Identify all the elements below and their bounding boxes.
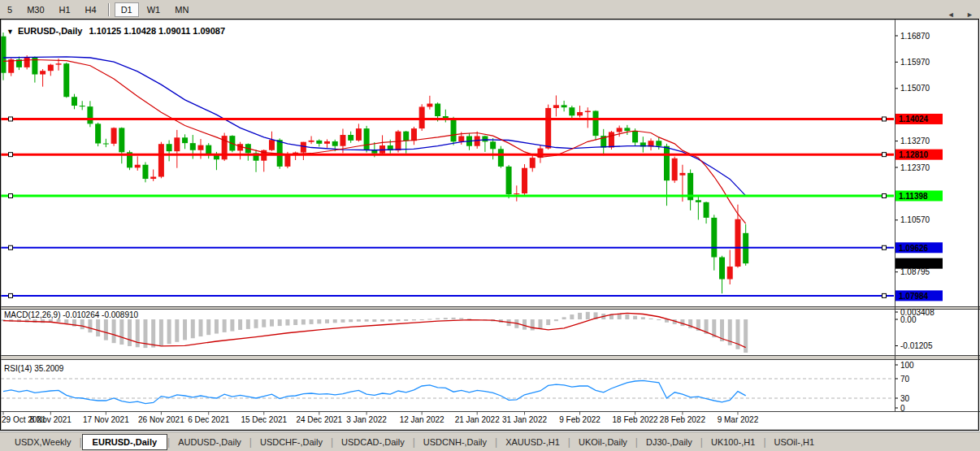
timeframe-button-H4[interactable]: H4	[79, 2, 103, 17]
hline-handle[interactable]	[882, 245, 887, 249]
macd-bar	[246, 319, 250, 329]
macd-bar	[206, 319, 210, 335]
tab-usdcnh-daily[interactable]: USDCNH-,Daily	[415, 435, 495, 449]
tab-scroll-left-icon[interactable]: ◄	[947, 11, 955, 19]
macd-bar	[88, 319, 92, 332]
candle-body	[506, 167, 512, 194]
price-tick-label: 1.16870	[900, 32, 930, 41]
date-label: 8 Nov 2021	[30, 415, 72, 424]
chart-title-symbol: EURUSD-,Daily	[18, 26, 83, 36]
hline-handle[interactable]	[9, 293, 13, 297]
macd-bar	[586, 312, 590, 319]
candle-body	[617, 128, 622, 132]
candle-body	[672, 158, 678, 180]
tab-usoil-h1[interactable]: USOil-,H1	[766, 435, 823, 449]
candle-body	[585, 111, 591, 112]
price-tick-label: 1.13270	[900, 137, 930, 145]
timeframe-button-M30[interactable]: M30	[20, 2, 50, 17]
candle-body	[451, 118, 457, 141]
macd-bar	[531, 319, 535, 331]
candle-body	[704, 202, 709, 218]
timeframe-button-H1[interactable]: H1	[53, 2, 77, 17]
hline-handle[interactable]	[9, 117, 13, 121]
candle-body	[103, 143, 109, 144]
candle-body	[609, 132, 614, 147]
hline-handle[interactable]	[882, 293, 887, 297]
candle-body	[624, 128, 630, 131]
candle-body	[72, 97, 77, 106]
chart-plot-area[interactable]	[1, 20, 894, 306]
macd-bar	[562, 317, 566, 319]
candle-body	[8, 59, 14, 73]
candle-body	[119, 128, 124, 152]
candle-body	[411, 128, 417, 141]
candle-body	[735, 219, 740, 267]
current-price-tag-label: 1.09087	[899, 259, 929, 268]
candle-body	[24, 58, 30, 67]
macd-bar	[285, 319, 289, 326]
macd-bar	[618, 314, 622, 319]
tab-eurusd-daily[interactable]: EURUSD-,Daily	[82, 434, 167, 450]
timeframe-button-5[interactable]: 5	[1, 2, 19, 17]
macd-bar	[57, 319, 61, 322]
tab-xauusd-h1[interactable]: XAUUSD-,H1	[497, 435, 568, 449]
tab-usdx-weekly[interactable]: USDX,Weekly	[7, 435, 79, 449]
hline-handle[interactable]	[9, 245, 13, 249]
price-tick-label: 1.15970	[900, 58, 930, 67]
macd-bar	[151, 319, 155, 348]
hline-1.14024-tag-label: 1.14024	[899, 115, 929, 124]
macd-bar	[262, 319, 266, 327]
macd-bar	[744, 319, 748, 353]
timeframe-button-MN[interactable]: MN	[168, 2, 195, 17]
macd-bar	[649, 319, 653, 319]
macd-bar	[183, 319, 187, 340]
tab-uk100-h1[interactable]: UK100-,H1	[703, 435, 763, 449]
hline-handle[interactable]	[882, 153, 887, 157]
chart-title-ohlc: 1.10125 1.10428 1.09011 1.09087	[89, 26, 225, 36]
macd-bar	[159, 319, 163, 345]
macd-bar	[444, 318, 448, 319]
symbol-tab-bar: USDX,Weekly|EURUSD-,Daily|AUDUSD-,Daily|…	[0, 431, 980, 451]
tab-usdchf-daily[interactable]: USDCHF-,Daily	[252, 435, 331, 449]
macd-bar	[278, 319, 282, 326]
macd-tick-label: 0.00	[900, 315, 917, 324]
macd-bar	[215, 319, 219, 334]
candle-body	[427, 104, 432, 107]
candle-body	[632, 131, 638, 142]
macd-label: MACD(12,26,9) -0.010264 -0.008910	[4, 310, 139, 319]
tab-dj30-daily[interactable]: DJ30-,Daily	[638, 435, 700, 449]
macd-bar	[325, 319, 329, 323]
macd-bar	[223, 319, 227, 332]
date-label: 9 Feb 2022	[559, 415, 601, 424]
macd-tick-label: -0.01205	[900, 341, 933, 350]
candle-body	[332, 141, 338, 146]
candle-body	[87, 106, 93, 124]
timeframe-button-W1[interactable]: W1	[141, 2, 167, 17]
symbol-dropdown-icon[interactable]: ▼	[7, 28, 14, 36]
hline-handle[interactable]	[9, 153, 13, 157]
tab-ukoil-daily[interactable]: UKOil-,Daily	[570, 435, 635, 449]
date-label: 15 Dec 2021	[241, 415, 287, 424]
macd-bar	[112, 319, 116, 343]
macd-bar	[340, 319, 345, 323]
candle-body	[403, 132, 409, 141]
candle-body	[553, 105, 559, 108]
macd-bar	[625, 314, 629, 319]
timeframe-toolbar: 5M30H1H4D1W1MN	[0, 0, 980, 19]
candle-body	[443, 116, 449, 118]
timeframe-button-D1[interactable]: D1	[115, 2, 139, 17]
rsi-tick-label: 30	[900, 394, 910, 403]
candle-body	[80, 106, 85, 106]
hline-handle[interactable]	[882, 193, 887, 197]
macd-bar	[64, 319, 68, 323]
tab-usdcad-daily[interactable]: USDCAD-,Daily	[333, 435, 413, 449]
rsi-label: RSI(14) 35.2009	[4, 364, 64, 373]
candle-body	[269, 140, 275, 150]
macd-bar	[301, 319, 306, 324]
tab-audusd-daily[interactable]: AUDUSD-,Daily	[170, 435, 249, 449]
price-tick-label: 1.08795	[900, 267, 930, 276]
tab-scroll-right-icon[interactable]: ►	[966, 11, 973, 19]
date-label: 17 Nov 2021	[83, 415, 129, 424]
hline-handle[interactable]	[9, 193, 13, 197]
hline-handle[interactable]	[882, 117, 887, 121]
